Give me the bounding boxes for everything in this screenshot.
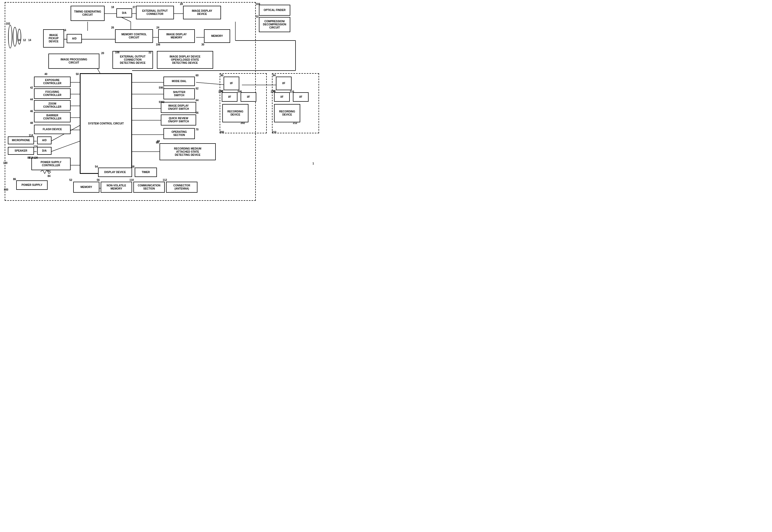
label-204: 204: [218, 90, 223, 93]
external-output-connector: EXTERNAL OUTPUTCONNECTOR: [136, 6, 174, 19]
quick-review-switch: QUICK REVIEWON/OFF SWITCH: [161, 115, 196, 125]
label-26: 26: [111, 26, 114, 29]
optical-finder: OPTICAL FINDER: [259, 5, 290, 16]
label-sw2: SW2: [159, 101, 164, 104]
recording-device-200: RECORDINGDEVICE: [222, 104, 248, 122]
label-70: 70: [196, 128, 198, 131]
label-32: 32: [256, 15, 259, 18]
label-100: 100: [3, 162, 8, 164]
shutter-switch: SHUTTERSWITCH: [163, 88, 195, 99]
label-12: 12: [23, 39, 26, 42]
recording-device-210: RECORDINGDEVICE: [274, 104, 300, 122]
label-54: 54: [95, 165, 98, 168]
label-98: 98: [156, 141, 159, 144]
focusing-controller: FOCUSINGCONTROLLER: [34, 88, 71, 99]
mode-dial: MODE DIAL: [163, 77, 195, 86]
label-210: 210: [272, 131, 276, 134]
label-64: 64: [196, 99, 198, 102]
image-pickup-device: IMAGEPICKUPDEVICE: [43, 29, 64, 48]
lens-assembly: [8, 21, 21, 52]
label-202: 202: [240, 122, 245, 124]
operating-section: OPERATINGSECTION: [163, 128, 195, 139]
speaker: SPEAKER: [8, 147, 34, 155]
power-supply-controller: POWER SUPPLYCONTROLLER: [31, 158, 71, 170]
label-110: 110: [129, 179, 134, 181]
compression-decompression-circuit: COMPRESSION/DECOMPRESSIONCIRCUIT: [259, 17, 290, 32]
label-10: 10: [18, 39, 20, 42]
label-40: 40: [44, 73, 47, 76]
label-42: 42: [30, 86, 33, 89]
label-214: 214: [271, 90, 275, 93]
interface-206: I/F: [240, 92, 256, 102]
label-108: 108: [115, 51, 119, 54]
image-display-open-closed-detecting: IMAGE DISPLAY DEVICEOPEN/CLOSED STATEDET…: [157, 51, 213, 69]
label-30: 30: [201, 43, 204, 46]
memory-top: MEMORY: [204, 29, 230, 43]
exposure-controller: EXPOSURECONTROLLER: [34, 77, 71, 87]
system-control-circuit: SYSTEM CONTROL CIRCUIT: [80, 73, 132, 174]
label-22: 22: [148, 51, 151, 54]
flash-device: FLASH DEVICE: [34, 125, 71, 134]
interface-94: I/F: [276, 77, 291, 90]
non-volatile-memory: NON-VOLATILEMEMORY: [101, 182, 132, 193]
label-24: 24: [156, 26, 159, 29]
microphone: MICROPHONE: [8, 136, 34, 144]
memory-control-circuit: MEMORY CONTROLCIRCUIT: [115, 29, 153, 43]
label-114: 114: [29, 134, 33, 137]
label-102: 102: [6, 22, 10, 25]
label-800: 800: [4, 188, 8, 191]
ad-microphone: A/D: [37, 136, 51, 144]
image-display-switch: IMAGE DISPLAYON/OFF SWITCH: [161, 102, 196, 113]
timing-generating-circuit: TIMING GENERATING CIRCUIT: [71, 6, 105, 21]
label-46: 46: [30, 110, 33, 113]
recording-medium-detecting: RECORDING MEDIUMATTACHED STATEDETECTING …: [159, 143, 216, 160]
label-212: 212: [293, 122, 297, 124]
label-18: 18: [111, 6, 114, 9]
label-60: 60: [196, 74, 198, 77]
label-62: 62: [196, 87, 198, 90]
communication-section: COMMUNICATIONSECTION: [133, 182, 165, 193]
interface-90: I/F: [224, 77, 239, 90]
interface-204: I/F: [222, 92, 237, 102]
label-116: 116: [33, 145, 38, 148]
label-200: 200: [220, 131, 224, 134]
connector-antenna: CONNECTOR(ANTENNA): [166, 182, 197, 193]
label-27: 27: [133, 6, 135, 9]
label-216: 216: [290, 90, 294, 93]
barrier-controller: BARRIERCONTROLLER: [34, 112, 71, 122]
label-112: 112: [163, 179, 167, 181]
label-28: 28: [180, 3, 183, 5]
label-14: 14: [28, 39, 31, 42]
label-84: 84: [48, 175, 50, 178]
label-20: 20: [101, 52, 104, 55]
zoom-controller: ZOOMCONTROLLER: [34, 100, 71, 111]
power-supply: POWER SUPPLY: [16, 180, 48, 190]
label-90: 90: [220, 74, 223, 77]
label-56: 56: [97, 179, 100, 181]
da-converter-top: D/A: [116, 8, 132, 18]
battery-symbol: [41, 169, 51, 174]
label-sw1: SW1: [159, 86, 164, 89]
label-120: 120: [33, 156, 38, 159]
timer: TIMER: [135, 168, 157, 177]
image-processing-circuit: IMAGE PROCESSINGCIRCUIT: [48, 54, 99, 69]
label-50: 50: [76, 73, 79, 76]
label-80: 80: [27, 156, 30, 159]
interface-214: I/F: [274, 92, 290, 102]
label-52: 52: [69, 179, 72, 181]
label-58: 58: [131, 165, 134, 168]
image-display-device: IMAGE DISPLAYDEVICE: [183, 6, 221, 19]
memory-bottom: MEMORY: [73, 182, 99, 193]
label-94: 94: [273, 74, 276, 77]
label-104: 104: [256, 3, 260, 5]
label-106: 106: [156, 43, 160, 46]
interface-216: I/F: [293, 92, 308, 102]
label-66: 66: [196, 111, 198, 114]
label-48: 48: [30, 122, 33, 124]
display-device: DISPLAY DEVICE: [98, 168, 132, 177]
circuit-diagram: TIMING GENERATING CIRCUIT D/A EXTERNAL O…: [0, 0, 329, 227]
label-206: 206: [237, 90, 242, 93]
label-1: 1: [312, 162, 314, 165]
da-speaker: D/A: [37, 147, 51, 155]
label-16: 16: [63, 29, 66, 32]
